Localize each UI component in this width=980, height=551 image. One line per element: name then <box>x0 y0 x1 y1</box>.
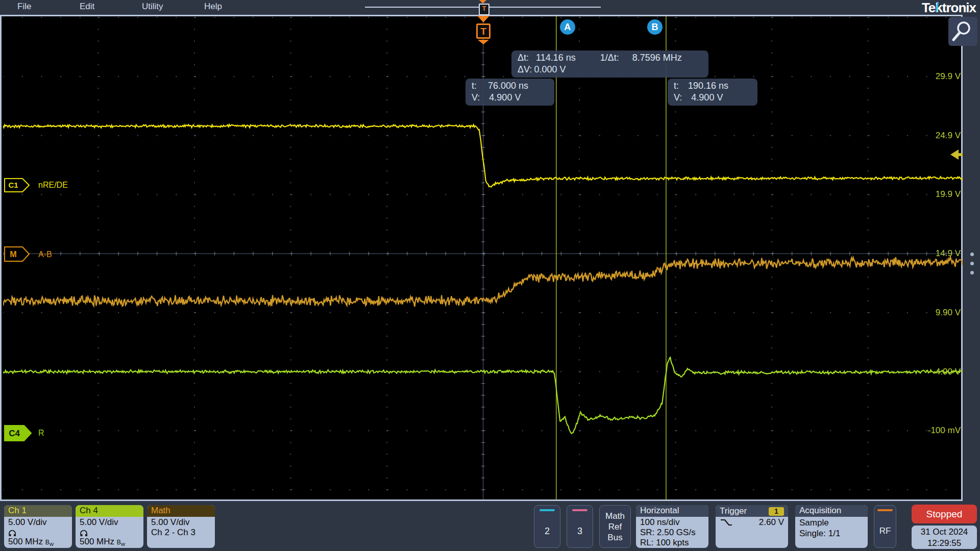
ch4-bandwidth: 500 MHz <box>80 537 114 546</box>
menu-utility[interactable]: Utility <box>142 2 163 12</box>
acquisition-settings-badge[interactable]: Acquisition Sample Single: 1/1 <box>795 505 868 548</box>
graticule-and-traces <box>0 0 980 551</box>
rf-button[interactable]: RF <box>874 505 896 548</box>
falling-edge-icon <box>720 518 733 527</box>
trigger-position-flag[interactable]: T <box>476 23 491 39</box>
svg-text:C4: C4 <box>9 429 20 438</box>
ch4-scale: 5.00 V/div <box>80 517 139 528</box>
math-scale: 5.00 V/div <box>151 517 211 528</box>
rf-color-bar <box>877 509 893 511</box>
math-settings-badge[interactable]: Math 5.00 V/div Ch 2 - Ch 3 <box>147 505 215 548</box>
probe-icon <box>8 529 17 537</box>
math-ref-bus-button[interactable]: Math Ref Bus <box>599 505 631 548</box>
ch4-settings-badge[interactable]: Ch 4 5.00 V/div 500 MHz BW <box>76 505 143 548</box>
horizontal-settings-badge[interactable]: Horizontal 100 ns/div SR: 2.50 GS/s RL: … <box>636 505 708 548</box>
menu-bar: File Edit Utility Help T Tek/tronix <box>0 0 980 15</box>
horizontal-scale: 100 ns/div <box>640 517 704 528</box>
svg-text:M: M <box>10 250 16 259</box>
logo-slash-icon: / <box>935 0 938 15</box>
date: 31 Oct 2024 <box>912 527 977 538</box>
channel-badge-c1[interactable]: C1 <box>4 178 30 192</box>
minimap-trigger-arrow-icon <box>479 0 486 4</box>
sample-rate: SR: 2.50 GS/s <box>640 528 704 538</box>
date-time-display: 31 Oct 2024 12:29:55 <box>912 525 977 549</box>
minimap-trigger-flag-icon[interactable]: T <box>479 4 489 15</box>
trigger-level: 2.60 V <box>759 517 784 528</box>
oscilloscope-screen: File Edit Utility Help T Tek/tronix 29.9… <box>0 0 980 551</box>
record-length: RL: 100 kpts <box>640 538 704 548</box>
menu-edit[interactable]: Edit <box>80 2 94 12</box>
ch1-settings-badge[interactable]: Ch 1 5.00 V/div 500 MHz BW <box>4 505 72 548</box>
menu-help[interactable]: Help <box>204 2 222 12</box>
bottom-status-bar: Ch 1 5.00 V/div 500 MHz BW Ch 4 5.00 V/d… <box>0 502 980 551</box>
acquisition-count: Single: 1/1 <box>799 528 864 539</box>
svg-text:C1: C1 <box>8 181 18 189</box>
ch2-color-bar <box>540 509 555 511</box>
channel-badge-math[interactable]: M <box>4 246 30 262</box>
trigger-settings-badge[interactable]: Trigger 1 2.60 V <box>716 505 788 548</box>
cursor-b-badge[interactable]: B <box>647 19 663 35</box>
time: 12:29:55 <box>912 538 977 549</box>
menu-file[interactable]: File <box>17 2 31 12</box>
zoom-magnifier-button[interactable] <box>948 17 977 46</box>
tektronix-logo: Tek/tronix <box>922 0 976 16</box>
probe-icon <box>80 529 89 537</box>
channel-badge-c4[interactable]: C4 <box>4 425 32 441</box>
trigger-source-badge: 1 <box>769 507 784 516</box>
ch3-inactive-button[interactable]: 3 <box>567 505 593 548</box>
acquisition-mode: Sample <box>799 517 864 528</box>
ch1-bandwidth: 500 MHz <box>8 537 43 546</box>
cursor-a-badge[interactable]: A <box>560 19 575 35</box>
math-source: Ch 2 - Ch 3 <box>151 528 211 538</box>
ch2-inactive-button[interactable]: 2 <box>534 505 560 548</box>
ch3-color-bar <box>572 509 587 511</box>
run-stop-status[interactable]: Stopped <box>912 505 977 523</box>
ch1-scale: 5.00 V/div <box>8 517 68 528</box>
